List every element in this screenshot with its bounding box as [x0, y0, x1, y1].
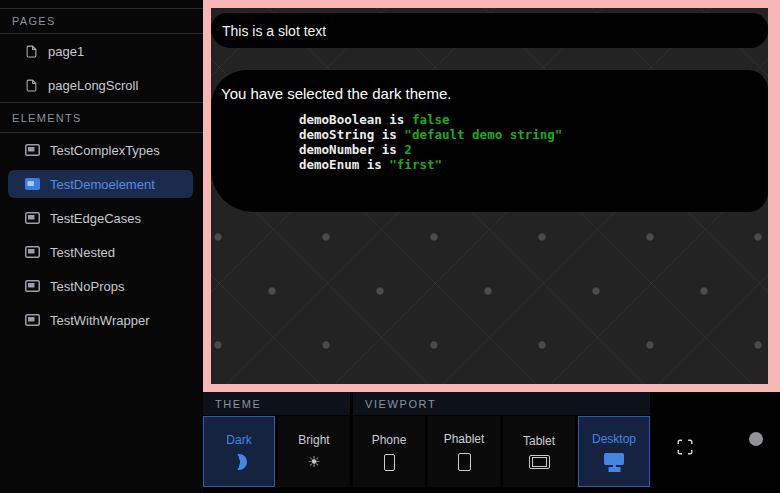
code-text: demoString is — [299, 127, 404, 142]
sidebar-item-label: TestEdgeCases — [50, 211, 141, 226]
element-icon — [25, 212, 40, 224]
sidebar-item-label: page1 — [48, 44, 84, 59]
code-text: demoNumber is — [299, 142, 404, 157]
sidebar-item-label: pageLongScroll — [48, 78, 138, 93]
sidebar-item-label: TestNoProps — [50, 279, 124, 294]
sidebar-item-label: TestNested — [50, 245, 115, 260]
sidebar-section-header-elements: ELEMENTS — [0, 102, 203, 133]
button-label: Desktop — [592, 432, 636, 446]
phone-icon — [384, 454, 395, 471]
toolbar-button-row: PhonePhabletTabletDesktop — [353, 416, 650, 487]
button-label: Tablet — [523, 434, 555, 448]
sidebar-item-TestNoProps[interactable]: TestNoProps — [0, 269, 203, 303]
code-value: 2 — [404, 142, 412, 157]
bottom-toolbar: THEMEDarkBright☀VIEWPORTPhonePhabletTabl… — [203, 392, 780, 493]
sidebar-item-page1[interactable]: page1 — [0, 34, 203, 68]
button-label: Bright — [298, 433, 329, 447]
toolbar-section-label: THEME — [203, 392, 350, 415]
sidebar-top-spacer — [0, 0, 203, 8]
sidebar-item-pageLongScroll[interactable]: pageLongScroll — [0, 68, 203, 102]
preview-canvas: This is a slot text You have selected th… — [211, 8, 768, 384]
page-icon — [25, 78, 38, 93]
moon-icon — [231, 454, 247, 470]
sidebar-item-label: TestWithWrapper — [50, 313, 149, 328]
sidebar-section-header-pages: PAGES — [0, 8, 203, 34]
sidebar-item-label: TestDemoelement — [50, 177, 155, 192]
button-label: Phone — [372, 433, 407, 447]
code-line: demoNumber is 2 — [299, 142, 752, 157]
code-value: "default demo string" — [404, 127, 562, 142]
phablet-button[interactable]: Phablet — [428, 416, 500, 487]
element-icon — [25, 178, 40, 190]
slot-text-bar: This is a slot text — [211, 13, 768, 48]
sidebar-item-label: TestComplexTypes — [50, 143, 160, 158]
toolbar-section-viewport: VIEWPORTPhonePhabletTabletDesktop — [353, 392, 650, 487]
toolbar-section-label: VIEWPORT — [353, 392, 650, 415]
code-value: false — [412, 112, 450, 127]
sidebar-item-TestWithWrapper[interactable]: TestWithWrapper — [0, 303, 203, 337]
toolbar-section-theme: THEMEDarkBright☀ — [203, 392, 350, 487]
status-dot-icon — [749, 432, 763, 446]
element-icon — [25, 144, 40, 156]
fullscreen-button[interactable] — [676, 438, 694, 456]
toolbar-button-row: DarkBright☀ — [203, 416, 350, 487]
tablet-icon — [529, 455, 550, 469]
slot-text: This is a slot text — [222, 23, 326, 39]
phone-button[interactable]: Phone — [353, 416, 425, 487]
dark-button[interactable]: Dark — [203, 416, 275, 487]
preview-frame: This is a slot text You have selected th… — [203, 0, 780, 392]
sidebar-item-TestNested[interactable]: TestNested — [0, 235, 203, 269]
button-label: Phablet — [444, 432, 485, 446]
code-text: demoBoolean is — [299, 112, 412, 127]
element-icon — [25, 246, 40, 258]
element-icon — [25, 280, 40, 292]
desktop-icon — [604, 453, 624, 471]
page-icon — [25, 44, 38, 59]
sun-icon: ☀ — [307, 454, 320, 470]
sidebar-item-TestDemoelement[interactable]: TestDemoelement — [8, 170, 193, 198]
phablet-icon — [458, 453, 471, 471]
code-line: demoString is "default demo string" — [299, 127, 752, 142]
sidebar-item-TestEdgeCases[interactable]: TestEdgeCases — [0, 201, 203, 235]
code-line: demoBoolean is false — [299, 112, 752, 127]
fullscreen-icon — [676, 438, 694, 456]
demo-element-card: You have selected the dark theme. demoBo… — [211, 70, 768, 212]
sidebar: PAGESpage1pageLongScrollELEMENTSTestComp… — [0, 0, 203, 493]
element-icon — [25, 314, 40, 326]
code-value: "first" — [389, 157, 442, 172]
sidebar-item-TestComplexTypes[interactable]: TestComplexTypes — [0, 133, 203, 167]
demo-code-block: demoBoolean is falsedemoString is "defau… — [221, 112, 752, 172]
code-text: demoEnum is — [299, 157, 389, 172]
button-label: Dark — [226, 433, 251, 447]
desktop-button[interactable]: Desktop — [578, 416, 650, 487]
bright-button[interactable]: Bright☀ — [278, 416, 350, 487]
demo-heading: You have selected the dark theme. — [221, 85, 752, 102]
sidebar-content: PAGESpage1pageLongScrollELEMENTSTestComp… — [0, 8, 203, 337]
code-line: demoEnum is "first" — [299, 157, 752, 172]
tablet-button[interactable]: Tablet — [503, 416, 575, 487]
